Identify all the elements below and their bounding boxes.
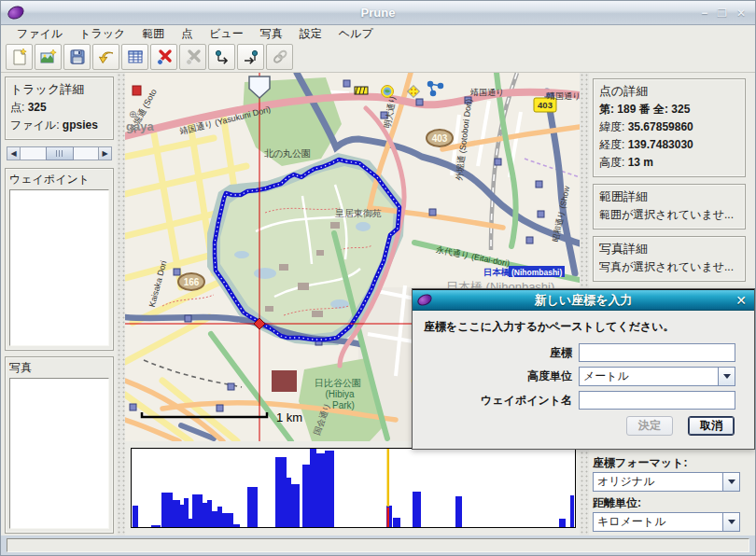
range-start-button[interactable]	[208, 44, 235, 70]
svg-text:403: 403	[538, 100, 553, 110]
range-end-icon	[242, 48, 260, 66]
menu-help[interactable]: ヘルプ	[330, 25, 382, 43]
chevron-down-icon[interactable]	[718, 368, 735, 385]
new-coordinates-dialog: 新しい座標を入力 ✕ 座標をここに入力するかペーストしてください。 座標 高度単…	[412, 288, 755, 450]
point-list-icon	[126, 48, 145, 66]
delete-range-icon	[184, 48, 203, 66]
lat-value: 35.67859860	[628, 120, 693, 133]
waypoints-label: ウェイポイント	[9, 172, 109, 188]
svg-text:1 km: 1 km	[276, 410, 302, 424]
alt-label: 高度:	[599, 156, 624, 169]
svg-text:gaya: gaya	[126, 119, 154, 133]
track-file-label: ファイル:	[10, 118, 59, 132]
undo-button[interactable]	[92, 44, 119, 70]
photo-empty-text: 写真が選択されていませ...	[599, 259, 739, 275]
scroller-track[interactable]	[20, 147, 99, 160]
save-icon	[68, 48, 87, 66]
dialog-title: 新しい座標を入力	[413, 292, 754, 309]
connect-photo-button[interactable]	[266, 44, 293, 70]
dialog-title-bar[interactable]: 新しい座標を入力 ✕	[413, 289, 754, 311]
altitude-unit-combo[interactable]: メートル	[579, 367, 735, 386]
menu-view[interactable]: ビュー	[201, 25, 252, 43]
svg-text:⊕: ⊕	[129, 109, 136, 119]
save-button[interactable]	[63, 44, 91, 70]
svg-text:靖国通り: 靖国通り	[546, 91, 580, 101]
menu-photo[interactable]: 写真	[252, 25, 291, 43]
delete-point-icon	[155, 48, 174, 66]
chevron-down-icon[interactable]	[722, 473, 739, 491]
track-points-value: 325	[28, 101, 47, 114]
left-split-divider[interactable]	[117, 73, 125, 535]
photos-label: 写真	[9, 360, 109, 376]
coord-format-combo[interactable]: オリジナル	[593, 472, 740, 492]
profile-chart-svg[interactable]	[132, 449, 575, 527]
new-file-icon	[10, 48, 29, 66]
scroller-left-button[interactable]: ◀	[7, 146, 21, 160]
scroller-right-button[interactable]: ▶	[98, 146, 112, 160]
add-photos-icon	[39, 48, 58, 66]
photos-list[interactable]	[9, 378, 109, 529]
new-file-button[interactable]	[6, 44, 33, 70]
waypoint-name-label: ウェイポイント名	[424, 393, 579, 409]
profile-chart-box[interactable]	[131, 448, 576, 528]
svg-text:403: 403	[432, 133, 448, 144]
alt-value: 13 m	[628, 156, 653, 169]
point-details-box: 点の詳細 第: 189 番 全: 325 緯度: 35.67859860 経度:…	[593, 78, 746, 177]
track-details-box: トラック詳細 点: 325 ファイル: gpsies	[5, 76, 114, 140]
coordinates-input[interactable]	[579, 343, 735, 362]
waypoints-group: ウェイポイント	[5, 168, 114, 351]
coord-format-label: 座標フォーマット:	[593, 455, 746, 471]
range-details-title: 範囲詳細	[599, 188, 739, 205]
photo-details-box: 写真詳細 写真が選択されていませ...	[593, 236, 746, 282]
point-list-button[interactable]	[121, 44, 148, 70]
photos-group: 写真	[5, 356, 114, 534]
waypoints-list[interactable]	[9, 189, 109, 346]
distance-unit-value: キロメートル	[594, 514, 722, 530]
delete-range-button[interactable]	[179, 44, 206, 70]
svg-text:北の丸公園: 北の丸公園	[264, 148, 311, 159]
menu-settings[interactable]: 設定	[291, 25, 330, 43]
distance-unit-combo[interactable]: キロメートル	[593, 512, 740, 532]
waypoint-name-input[interactable]	[579, 391, 735, 410]
svg-text:日本橋: 日本橋	[483, 267, 511, 277]
scroller-thumb[interactable]	[46, 146, 74, 160]
menu-bar: ファイル トラック 範囲 点 ビュー 写真 設定 ヘルプ	[1, 25, 755, 42]
coordinates-label: 座標	[424, 345, 579, 361]
lon-label: 経度:	[599, 138, 624, 151]
profile-chart-panel	[125, 441, 580, 535]
coord-format-value: オリジナル	[594, 474, 722, 490]
track-details-title: トラック詳細	[10, 81, 108, 98]
menu-track[interactable]: トラック	[71, 25, 133, 43]
undo-icon	[97, 48, 116, 66]
toolbar	[1, 42, 755, 73]
svg-text:日比谷公園: 日比谷公園	[315, 378, 361, 388]
menu-range[interactable]: 範囲	[133, 25, 173, 43]
chevron-down-icon[interactable]	[722, 513, 739, 531]
point-index-line: 第: 189 番 全: 325	[599, 103, 690, 116]
status-bar	[7, 538, 749, 552]
svg-text:Park): Park)	[332, 400, 355, 410]
window-title: Prune	[1, 6, 755, 20]
lon-value: 139.7483030	[628, 138, 693, 151]
title-bar[interactable]: Prune − ❐ ✕	[1, 1, 755, 25]
svg-text:靖国通り: 靖国通り	[469, 88, 504, 97]
svg-text:166: 166	[184, 277, 200, 287]
range-start-icon	[213, 48, 231, 66]
lat-label: 緯度:	[599, 120, 624, 133]
dialog-instruction: 座標をここに入力するかペーストしてください。	[424, 319, 741, 335]
range-empty-text: 範囲が選択されていませ...	[599, 207, 739, 223]
left-panel: トラック詳細 点: 325 ファイル: gpsies ◀ ▶ ウェイポイント 写…	[1, 73, 117, 535]
cancel-button[interactable]: 取消	[688, 416, 735, 436]
add-photos-button[interactable]	[35, 44, 62, 70]
delete-point-button[interactable]	[150, 44, 177, 70]
point-scroller[interactable]: ◀ ▶	[7, 146, 112, 160]
ok-button[interactable]: 決定	[626, 416, 673, 436]
range-details-box: 範囲詳細 範囲が選択されていませ...	[593, 184, 746, 229]
range-end-button[interactable]	[237, 44, 264, 70]
track-points-label: 点:	[10, 101, 24, 114]
photo-details-title: 写真詳細	[599, 241, 739, 257]
menu-file[interactable]: ファイル	[8, 25, 71, 43]
shrine-poi-icon	[133, 86, 141, 95]
menu-point[interactable]: 点	[173, 25, 201, 43]
connect-photo-icon	[271, 48, 289, 66]
